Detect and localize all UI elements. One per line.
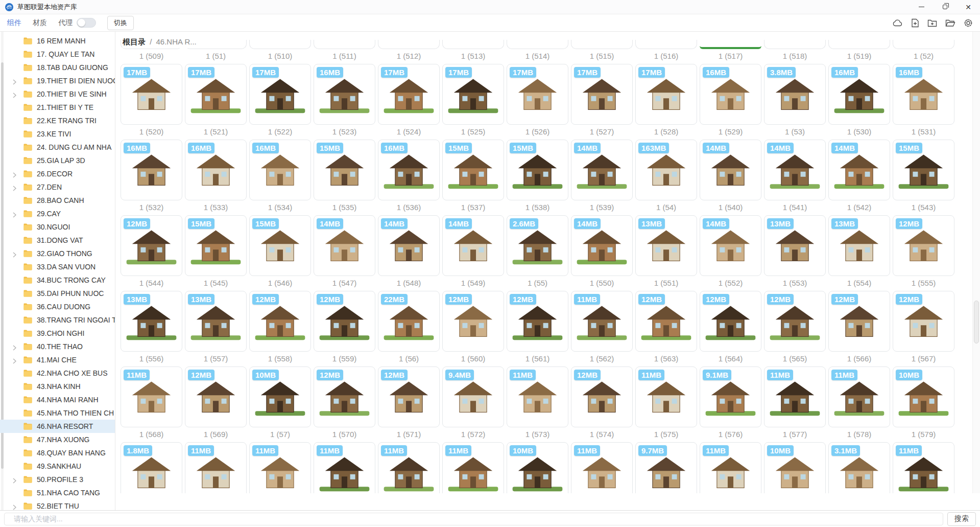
asset-card[interactable]: 10MB: [249, 366, 311, 427]
asset-card[interactable]: 11MB: [764, 366, 826, 427]
close-button[interactable]: ✕: [957, 0, 980, 14]
asset-card[interactable]: 15MB: [442, 140, 504, 200]
asset-card-cut[interactable]: [314, 40, 375, 49]
asset-card[interactable]: 11MB: [571, 291, 633, 352]
sidebar-item[interactable]: 20.THIET BI VE SINH: [0, 87, 115, 101]
sidebar-item[interactable]: 49.SANKHAU: [0, 460, 115, 473]
asset-card[interactable]: 15MB: [249, 215, 311, 276]
search-button[interactable]: 搜索: [947, 512, 976, 526]
proxy-toggle[interactable]: [77, 18, 96, 28]
sidebar-item[interactable]: 51.NHA CAO TANG: [0, 486, 115, 499]
restore-button[interactable]: [933, 0, 957, 14]
chevron-right-icon[interactable]: [13, 503, 16, 510]
asset-card[interactable]: 14MB: [700, 215, 761, 276]
sidebar-item[interactable]: 42.NHA CHO XE BUS: [0, 366, 115, 380]
asset-card[interactable]: 12MB: [249, 291, 311, 352]
sidebar-item[interactable]: 45.NHA THO THIEN CH: [0, 406, 115, 420]
asset-card[interactable]: 15MB: [185, 215, 247, 276]
asset-card[interactable]: 11MB: [635, 366, 697, 427]
sidebar-item[interactable]: 48.QUAY BAN HANG: [0, 446, 115, 460]
asset-card[interactable]: 12MB: [828, 291, 890, 352]
asset-card[interactable]: 13MB: [121, 291, 182, 352]
asset-card[interactable]: 17MB: [185, 64, 247, 125]
settings-icon[interactable]: [964, 18, 973, 28]
sidebar-item[interactable]: 38.TRANG TRI NGOAI T: [0, 313, 115, 327]
asset-card[interactable]: 15MB: [893, 140, 954, 200]
asset-card[interactable]: 11MB: [185, 442, 247, 493]
sidebar-item[interactable]: 30.NGUOI: [0, 220, 115, 234]
asset-card[interactable]: 14MB: [828, 140, 890, 200]
asset-card[interactable]: 13MB: [828, 215, 890, 276]
main-scrollbar-thumb[interactable]: [974, 301, 979, 343]
tab-materials[interactable]: 材质: [33, 18, 47, 28]
asset-card[interactable]: 16MB: [893, 64, 954, 125]
asset-card-cut[interactable]: [764, 40, 826, 49]
sidebar-item[interactable]: 19.THIET BI DIEN NUOC: [0, 74, 115, 87]
asset-card[interactable]: 11MB: [507, 366, 568, 427]
main-scrollbar[interactable]: [972, 32, 980, 493]
asset-card[interactable]: 12MB: [764, 291, 826, 352]
sidebar-item[interactable]: 47.NHA XUONG: [0, 433, 115, 446]
asset-card[interactable]: 163MB: [635, 140, 697, 200]
asset-card[interactable]: 12MB: [571, 366, 633, 427]
sidebar-item[interactable]: 46.NHA RESORT: [0, 420, 115, 433]
chevron-right-icon[interactable]: [13, 357, 16, 366]
asset-card[interactable]: 14MB: [571, 215, 633, 276]
cloud-icon[interactable]: [893, 19, 903, 27]
asset-card[interactable]: 12MB: [507, 291, 568, 352]
asset-card[interactable]: 10MB: [764, 442, 826, 493]
tab-components[interactable]: 组件: [7, 18, 21, 28]
sidebar-item[interactable]: 32.GIAO THONG: [0, 247, 115, 260]
asset-card[interactable]: 11MB: [700, 442, 761, 493]
asset-card[interactable]: 14MB: [378, 215, 440, 276]
asset-card[interactable]: 16MB: [378, 140, 440, 200]
asset-card[interactable]: 3.8MB: [764, 64, 826, 125]
sidebar-item[interactable]: 23.KE TIVI: [0, 127, 115, 141]
asset-card-cut[interactable]: [378, 40, 440, 49]
asset-card[interactable]: 13MB: [185, 291, 247, 352]
asset-card[interactable]: 11MB: [314, 442, 375, 493]
asset-card[interactable]: 14MB: [764, 140, 826, 200]
asset-card[interactable]: 16MB: [828, 64, 890, 125]
sidebar-item[interactable]: 21.THIET BI Y TE: [0, 101, 115, 114]
sidebar-item[interactable]: 36.CAU DUONG: [0, 300, 115, 313]
asset-card-cut[interactable]: [442, 40, 504, 49]
asset-card[interactable]: 12MB: [121, 215, 182, 276]
asset-card[interactable]: 11MB: [893, 442, 954, 493]
sidebar-item[interactable]: 29.CAY: [0, 207, 115, 220]
asset-card-cut[interactable]: [635, 40, 697, 49]
asset-card[interactable]: 15MB: [507, 140, 568, 200]
asset-card[interactable]: 1.8MB: [121, 442, 182, 493]
asset-card-cut[interactable]: [249, 40, 311, 49]
sidebar-item[interactable]: 16 REM MANH: [0, 34, 115, 48]
asset-card[interactable]: 16MB: [185, 140, 247, 200]
asset-card[interactable]: 16MB: [314, 64, 375, 125]
chevron-right-icon[interactable]: [13, 171, 16, 180]
asset-card[interactable]: 11MB: [828, 366, 890, 427]
asset-card-cut[interactable]: [571, 40, 633, 49]
chevron-right-icon[interactable]: [13, 250, 16, 260]
sidebar-item[interactable]: 39.CHOI NGHI: [0, 327, 115, 340]
asset-card[interactable]: 17MB: [507, 64, 568, 125]
asset-card[interactable]: 14MB: [442, 215, 504, 276]
asset-card[interactable]: 11MB: [249, 442, 311, 493]
asset-card[interactable]: 14MB: [700, 140, 761, 200]
folder-plus-icon[interactable]: [927, 19, 937, 27]
sidebar-item[interactable]: 50.PROFILE 3: [0, 473, 115, 486]
sidebar-item[interactable]: 22.KE TRANG TRI: [0, 114, 115, 127]
sidebar-item[interactable]: 52.BIET THU: [0, 499, 115, 510]
sidebar-item[interactable]: 28.BAO CANH: [0, 194, 115, 207]
asset-card[interactable]: 12MB: [314, 366, 375, 427]
sidebar-item[interactable]: 44.NHA MAI RANH: [0, 393, 115, 406]
asset-card[interactable]: 12MB: [893, 215, 954, 276]
asset-card[interactable]: 16MB: [121, 140, 182, 200]
asset-card[interactable]: 12MB: [635, 291, 697, 352]
asset-card[interactable]: 10MB: [507, 442, 568, 493]
sidebar-item[interactable]: 35.DAI PHUN NUOC: [0, 287, 115, 300]
breadcrumb-root[interactable]: 根目录: [123, 37, 146, 46]
asset-card[interactable]: 17MB: [121, 64, 182, 125]
sidebar-item[interactable]: 26.DECOR: [0, 167, 115, 180]
sidebar-item[interactable]: 31.DONG VAT: [0, 234, 115, 247]
asset-card[interactable]: 17MB: [249, 64, 311, 125]
asset-card[interactable]: 9.4MB: [442, 366, 504, 427]
